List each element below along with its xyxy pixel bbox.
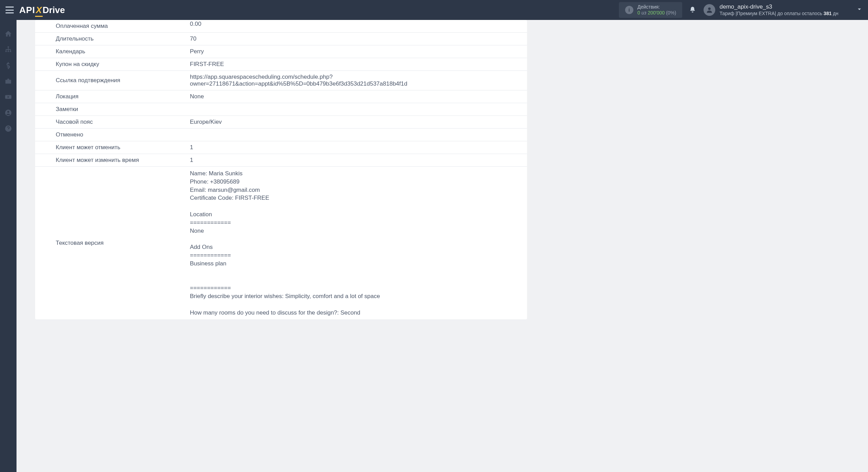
row-label: Оплаченная сумма	[35, 22, 190, 30]
table-row: Клиент может изменить время1	[35, 154, 527, 167]
bell-icon[interactable]	[689, 6, 696, 14]
row-label: Купон на скидку	[35, 60, 190, 68]
row-value	[190, 131, 527, 139]
table-row: Текстовая версияName: Maria Sunkis Phone…	[35, 167, 527, 319]
row-value: 70	[190, 35, 527, 43]
svg-rect-3	[8, 51, 9, 52]
row-label: Длительность	[35, 35, 190, 43]
row-value: Europe/Kiev	[190, 118, 527, 126]
main-content: Оплаченная сумма0.00Длительность70Календ…	[17, 20, 868, 328]
table-row: Часовой поясEurope/Kiev	[35, 116, 527, 129]
row-label: Клиент может отменить	[35, 143, 190, 152]
chevron-down-icon	[856, 6, 862, 14]
row-label: Ссылка подтверждения	[35, 73, 190, 88]
data-table: Оплаченная сумма0.00Длительность70Календ…	[35, 20, 527, 319]
row-value: FIRST-FREE	[190, 60, 527, 68]
hamburger-menu-icon[interactable]	[6, 7, 14, 13]
row-value: None	[190, 92, 527, 101]
row-label: Клиент может изменить время	[35, 156, 190, 164]
row-value	[190, 105, 527, 113]
sidebar-briefcase-icon[interactable]	[4, 77, 12, 85]
row-value: 0.00	[190, 20, 527, 30]
table-row: Ссылка подтвержденияhttps://app.squaresp…	[35, 71, 527, 90]
svg-rect-2	[6, 51, 7, 52]
sidebar-billing-icon[interactable]	[4, 61, 12, 69]
row-value: https://app.squarespacescheduling.com/sc…	[190, 73, 527, 88]
sidebar	[0, 20, 17, 328]
data-card: Оплаченная сумма0.00Длительность70Календ…	[35, 20, 527, 319]
row-value: Perry	[190, 47, 527, 56]
logo[interactable]: APIXDrive	[19, 5, 65, 15]
sidebar-connections-icon[interactable]	[4, 45, 12, 54]
svg-point-8	[7, 111, 9, 113]
row-label: Текстовая версия	[35, 169, 190, 317]
sidebar-home-icon[interactable]	[4, 30, 12, 38]
svg-point-0	[708, 8, 711, 10]
table-row: Длительность70	[35, 33, 527, 45]
user-menu[interactable]: demo_apix-drive_s3 Тариф |Премиум EXTRA|…	[704, 3, 862, 16]
row-label: Календарь	[35, 47, 190, 56]
row-label: Часовой пояс	[35, 118, 190, 126]
table-row: КалендарьPerry	[35, 45, 527, 58]
table-row: Оплаченная сумма0.00	[35, 20, 527, 33]
svg-rect-5	[6, 80, 11, 84]
svg-rect-4	[10, 51, 11, 52]
app-header: APIXDrive i Действия: 0 из 200'000 (0%) …	[0, 0, 868, 20]
actions-value: 0 из 200'000 (0%)	[637, 10, 676, 16]
svg-rect-1	[8, 46, 9, 48]
row-value: Name: Maria Sunkis Phone: +38095689 Emai…	[190, 169, 527, 317]
actions-label: Действия:	[637, 4, 676, 10]
user-name: demo_apix-drive_s3	[719, 3, 838, 10]
avatar-icon	[704, 4, 715, 16]
sidebar-youtube-icon[interactable]	[4, 93, 12, 101]
user-tariff: Тариф |Премиум EXTRA| до оплаты осталось…	[719, 11, 838, 17]
table-row: Клиент может отменить1	[35, 141, 527, 154]
info-icon: i	[625, 6, 633, 14]
row-label: Отменено	[35, 131, 190, 139]
sidebar-help-icon[interactable]	[4, 124, 12, 133]
table-row: Отменено	[35, 129, 527, 141]
row-value: 1	[190, 156, 527, 164]
table-row: ЛокацияNone	[35, 90, 527, 103]
row-label: Локация	[35, 92, 190, 101]
actions-counter[interactable]: i Действия: 0 из 200'000 (0%)	[619, 2, 683, 18]
sidebar-account-icon[interactable]	[4, 109, 12, 117]
row-value: 1	[190, 143, 527, 152]
table-row: Заметки	[35, 103, 527, 116]
row-label: Заметки	[35, 105, 190, 113]
table-row: Купон на скидкуFIRST-FREE	[35, 58, 527, 71]
